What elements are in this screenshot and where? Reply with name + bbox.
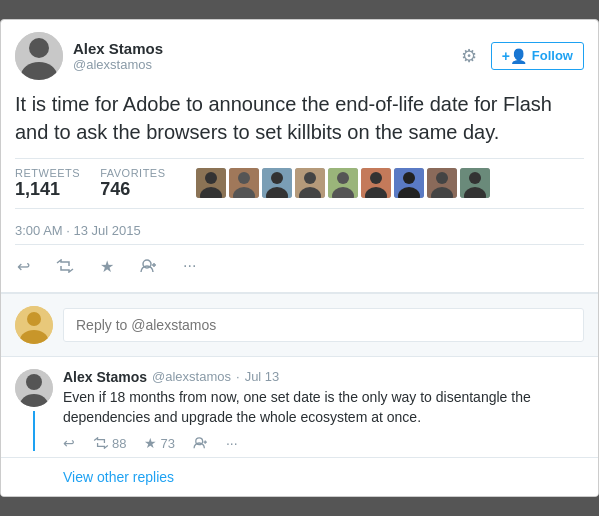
svg-point-35 xyxy=(26,374,42,390)
reply-composer-avatar xyxy=(15,306,53,344)
reply-tweet: Alex Stamos @alexstamos · Jul 13 Even if… xyxy=(1,357,598,458)
svg-point-16 xyxy=(337,172,349,184)
reply-date: Jul 13 xyxy=(245,369,280,384)
gear-button[interactable]: ⚙ xyxy=(457,43,481,69)
mini-avatar xyxy=(196,168,226,198)
favorite-button[interactable]: ★ xyxy=(98,255,116,278)
favoriters-avatars xyxy=(196,168,490,198)
tweet-card: Alex Stamos @alexstamos ⚙ +👤 Follow It i… xyxy=(0,19,599,497)
mini-avatar xyxy=(361,168,391,198)
mini-avatar xyxy=(262,168,292,198)
reply-add-user-button[interactable] xyxy=(193,437,208,449)
svg-point-1 xyxy=(29,38,49,58)
reply-reply-button[interactable]: ↩ xyxy=(63,435,75,451)
reply-author-handle: @alexstamos xyxy=(152,369,231,384)
view-replies-section: View other replies xyxy=(1,458,598,496)
retweets-label: RETWEETS xyxy=(15,167,80,179)
tweet-text: It is time for Adobe to announce the end… xyxy=(15,90,584,146)
reply-left xyxy=(15,369,53,451)
reply-author-row: Alex Stamos @alexstamos · Jul 13 xyxy=(63,369,584,385)
svg-point-22 xyxy=(403,172,415,184)
reply-author-avatar xyxy=(15,369,53,407)
reply-section xyxy=(1,293,598,357)
svg-point-13 xyxy=(304,172,316,184)
favorites-label: FAVORITES xyxy=(100,167,165,179)
svg-point-28 xyxy=(469,172,481,184)
reply-dot: · xyxy=(236,369,240,384)
retweet-button[interactable] xyxy=(54,257,76,275)
reply-more-button[interactable]: ··· xyxy=(226,435,238,451)
reply-button[interactable]: ↩ xyxy=(15,255,32,278)
mini-avatar xyxy=(295,168,325,198)
mini-avatar xyxy=(427,168,457,198)
mini-avatar xyxy=(460,168,490,198)
view-replies-link[interactable]: View other replies xyxy=(63,469,174,485)
svg-point-7 xyxy=(238,172,250,184)
reply-favorite-button[interactable]: ★ 73 xyxy=(144,435,174,451)
add-user-button[interactable] xyxy=(138,257,159,275)
tweet-actions: ↩ ★ ··· xyxy=(15,245,584,282)
retweets-stat: RETWEETS 1,141 xyxy=(15,167,80,200)
svg-point-10 xyxy=(271,172,283,184)
avatar xyxy=(15,32,63,80)
reply-text: Even if 18 months from now, one set date… xyxy=(63,388,584,427)
author-left: Alex Stamos @alexstamos xyxy=(15,32,163,80)
reply-retweet-count: 88 xyxy=(112,436,126,451)
reply-content: Alex Stamos @alexstamos · Jul 13 Even if… xyxy=(63,369,584,451)
mini-avatar xyxy=(394,168,424,198)
header-actions: ⚙ +👤 Follow xyxy=(457,42,584,70)
author-info: Alex Stamos @alexstamos xyxy=(73,40,163,72)
more-button[interactable]: ··· xyxy=(181,255,198,277)
follow-icon: +👤 xyxy=(502,48,527,64)
reply-author-name: Alex Stamos xyxy=(63,369,147,385)
mini-avatar xyxy=(229,168,259,198)
svg-point-25 xyxy=(436,172,448,184)
reply-actions: ↩ 88 ★ 73 xyxy=(63,435,584,451)
retweets-value: 1,141 xyxy=(15,179,80,200)
reply-retweet-button[interactable]: 88 xyxy=(93,436,126,451)
svg-point-4 xyxy=(205,172,217,184)
author-name: Alex Stamos xyxy=(73,40,163,57)
follow-button[interactable]: +👤 Follow xyxy=(491,42,584,70)
tweet-stats: RETWEETS 1,141 FAVORITES 746 xyxy=(15,158,584,209)
svg-point-19 xyxy=(370,172,382,184)
author-row: Alex Stamos @alexstamos ⚙ +👤 Follow xyxy=(15,32,584,80)
reply-favorite-count: 73 xyxy=(160,436,174,451)
reply-thread-line xyxy=(33,411,35,451)
favorites-stat: FAVORITES 746 xyxy=(100,167,165,200)
mini-avatar xyxy=(328,168,358,198)
svg-point-32 xyxy=(27,312,41,326)
author-handle: @alexstamos xyxy=(73,57,163,72)
reply-input[interactable] xyxy=(63,308,584,342)
follow-label: Follow xyxy=(532,48,573,63)
main-tweet: Alex Stamos @alexstamos ⚙ +👤 Follow It i… xyxy=(1,20,598,293)
favorites-value: 746 xyxy=(100,179,165,200)
tweet-time: 3:00 AM · 13 Jul 2015 xyxy=(15,217,584,245)
